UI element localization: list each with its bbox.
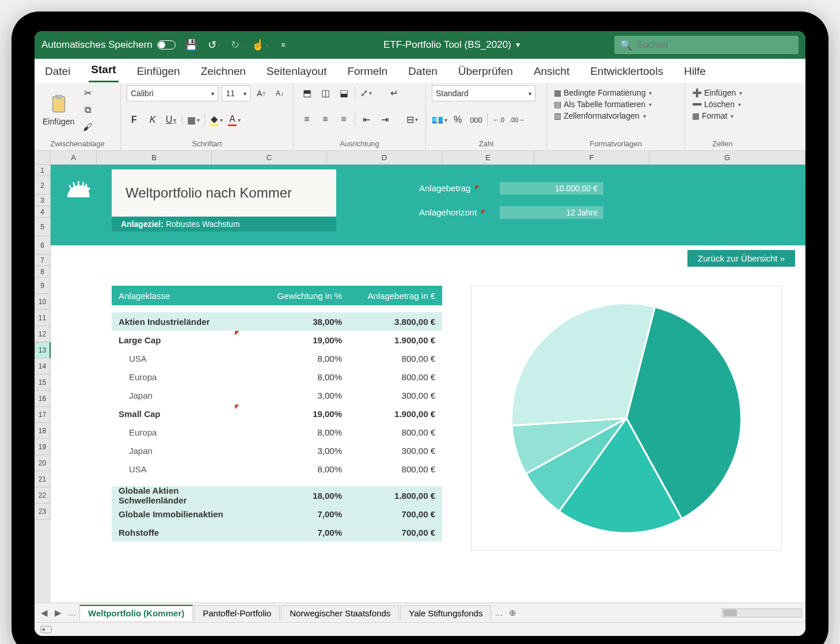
- search-box[interactable]: 🔍: [614, 36, 799, 54]
- table-row[interactable]: Europa8,00%800,00 €: [112, 368, 442, 386]
- back-to-overview-button[interactable]: Zurück zur Übersicht »: [687, 250, 795, 267]
- table-row[interactable]: Small Cap19,00%1.900,00 €: [112, 404, 442, 423]
- number-format-select[interactable]: Standard▾: [432, 85, 535, 101]
- tab-help[interactable]: Hilfe: [682, 62, 708, 82]
- sheet-tab[interactable]: Yale Stiftungsfonds: [400, 605, 491, 620]
- align-bottom-icon[interactable]: ⬓: [336, 85, 351, 100]
- col-header[interactable]: F: [534, 151, 649, 165]
- table-row[interactable]: Rohstoffe7,00%700,00 €: [112, 523, 442, 541]
- amount-input[interactable]: 10.000,00 €: [500, 182, 603, 195]
- table-row[interactable]: Japan3,00%300,00 €: [112, 441, 442, 460]
- row-header[interactable]: 4: [35, 206, 51, 218]
- table-row[interactable]: Japan3,00%300,00 €: [112, 386, 442, 404]
- pie-chart[interactable]: [471, 286, 782, 551]
- underline-button[interactable]: U: [164, 112, 178, 127]
- qat-overflow-icon[interactable]: ≡: [276, 37, 291, 52]
- wrap-text-icon[interactable]: ↵: [386, 85, 401, 100]
- save-icon[interactable]: 💾: [184, 37, 199, 52]
- row-header[interactable]: 3: [35, 195, 51, 206]
- col-header[interactable]: A: [51, 151, 97, 165]
- tab-overflow-icon[interactable]: …: [66, 608, 78, 618]
- row-header[interactable]: 13: [35, 342, 51, 358]
- row-header[interactable]: 18: [35, 423, 51, 439]
- undo-icon[interactable]: ↺: [207, 37, 222, 52]
- borders-icon[interactable]: ▦: [186, 112, 201, 127]
- row-header[interactable]: 23: [35, 503, 51, 520]
- new-sheet-icon[interactable]: ⊕: [506, 608, 519, 618]
- table-row[interactable]: Large Cap19,00%1.900,00 €: [112, 331, 442, 349]
- row-header[interactable]: 7: [35, 255, 51, 266]
- column-headers[interactable]: A B C D E F G: [35, 151, 805, 165]
- align-middle-icon[interactable]: ◫: [318, 85, 333, 100]
- row-header[interactable]: 5: [35, 218, 51, 236]
- cell-styles-button[interactable]: ▥Zellenformatvorlagen: [553, 111, 679, 121]
- table-row[interactable]: Aktien Industrieländer38,00%3.800,00 €: [112, 312, 442, 331]
- tab-overflow-icon[interactable]: …: [492, 608, 505, 618]
- table-row[interactable]: Europa8,00%800,00 €: [112, 423, 442, 441]
- fill-color-icon[interactable]: ◆: [208, 112, 223, 127]
- tab-view[interactable]: Ansicht: [531, 62, 572, 82]
- align-left-icon[interactable]: ≡: [299, 112, 314, 127]
- row-header[interactable]: 17: [35, 407, 51, 423]
- orientation-icon[interactable]: ⤢: [359, 85, 374, 100]
- row-header[interactable]: 19: [35, 439, 51, 455]
- horizontal-scrollbar[interactable]: [721, 608, 802, 618]
- col-header[interactable]: C: [212, 151, 327, 165]
- tab-page-layout[interactable]: Seitenlayout: [264, 62, 329, 82]
- tab-nav-prev-icon[interactable]: ◀: [38, 608, 51, 618]
- merge-icon[interactable]: ⊟: [405, 112, 420, 127]
- row-header[interactable]: 8: [35, 266, 51, 278]
- row-header[interactable]: 10: [35, 294, 51, 310]
- tab-home[interactable]: Start: [89, 60, 118, 82]
- col-header[interactable]: D: [327, 151, 442, 165]
- italic-button[interactable]: K: [145, 112, 160, 127]
- tab-review[interactable]: Überprüfen: [456, 62, 515, 82]
- col-header[interactable]: E: [442, 151, 534, 165]
- tab-insert[interactable]: Einfügen: [135, 62, 183, 82]
- percent-format-icon[interactable]: %: [450, 112, 465, 127]
- font-name-select[interactable]: Calibri▾: [127, 85, 218, 101]
- row-header[interactable]: 6: [35, 236, 51, 255]
- tab-formulas[interactable]: Formeln: [345, 62, 390, 82]
- align-right-icon[interactable]: ≡: [336, 112, 351, 127]
- row-headers[interactable]: 1234567891011121314151617181920212223: [35, 165, 51, 603]
- tab-file[interactable]: Datei: [43, 62, 73, 82]
- decrease-decimal-icon[interactable]: .00→: [510, 112, 524, 127]
- row-header[interactable]: 1: [35, 165, 51, 176]
- align-top-icon[interactable]: ⬒: [299, 85, 314, 100]
- sheet-tab[interactable]: Pantoffel-Portfolio: [194, 605, 280, 620]
- delete-cells-button[interactable]: ➖Löschen: [691, 99, 754, 109]
- increase-decimal-icon[interactable]: ←.0: [491, 112, 506, 127]
- row-header[interactable]: 14: [35, 358, 51, 374]
- increase-indent-icon[interactable]: ⇥: [377, 112, 392, 127]
- comma-format-icon[interactable]: 000: [469, 112, 484, 127]
- row-header[interactable]: 16: [35, 391, 51, 407]
- touch-mode-icon[interactable]: ☝: [253, 37, 268, 52]
- paste-button[interactable]: Einfügen: [40, 85, 77, 135]
- document-title[interactable]: ETF-Portfolio Tool (BS_2020) ▼: [383, 39, 522, 51]
- record-macro-icon[interactable]: [40, 625, 52, 634]
- copy-icon[interactable]: ⧉: [80, 103, 95, 118]
- table-row[interactable]: Globale Aktien Schwellenländer18,00%1.80…: [112, 486, 442, 505]
- row-header[interactable]: 20: [35, 455, 51, 471]
- font-color-icon[interactable]: A: [227, 112, 242, 127]
- tab-nav-next-icon[interactable]: ▶: [52, 608, 64, 618]
- sheet-tab[interactable]: Norwegischer Staatsfonds: [281, 605, 399, 620]
- row-header[interactable]: 22: [35, 487, 51, 503]
- autosave[interactable]: Automatisches Speichern: [41, 39, 176, 51]
- row-header[interactable]: 21: [35, 471, 51, 487]
- conditional-formatting-button[interactable]: ▦Bedingte Formatierung: [553, 88, 679, 98]
- horizon-input[interactable]: 12 Jahre: [500, 206, 603, 219]
- tab-developer[interactable]: Entwicklertools: [588, 62, 666, 82]
- table-row[interactable]: USA8,00%800,00 €: [112, 349, 442, 368]
- row-header[interactable]: 15: [35, 374, 51, 391]
- format-cells-button[interactable]: ▦Format: [691, 111, 754, 121]
- redo-icon[interactable]: ↻: [230, 37, 245, 52]
- table-row[interactable]: USA8,00%800,00 €: [112, 460, 442, 478]
- col-header[interactable]: B: [97, 151, 212, 165]
- format-painter-icon[interactable]: 🖌: [80, 120, 95, 135]
- font-size-select[interactable]: 11▾: [222, 85, 250, 101]
- accounting-format-icon[interactable]: 💶: [432, 112, 447, 127]
- worksheet[interactable]: Weltportfolio nach Kommer Anlageziel: Ro…: [51, 165, 805, 603]
- tab-draw[interactable]: Zeichnen: [199, 62, 248, 82]
